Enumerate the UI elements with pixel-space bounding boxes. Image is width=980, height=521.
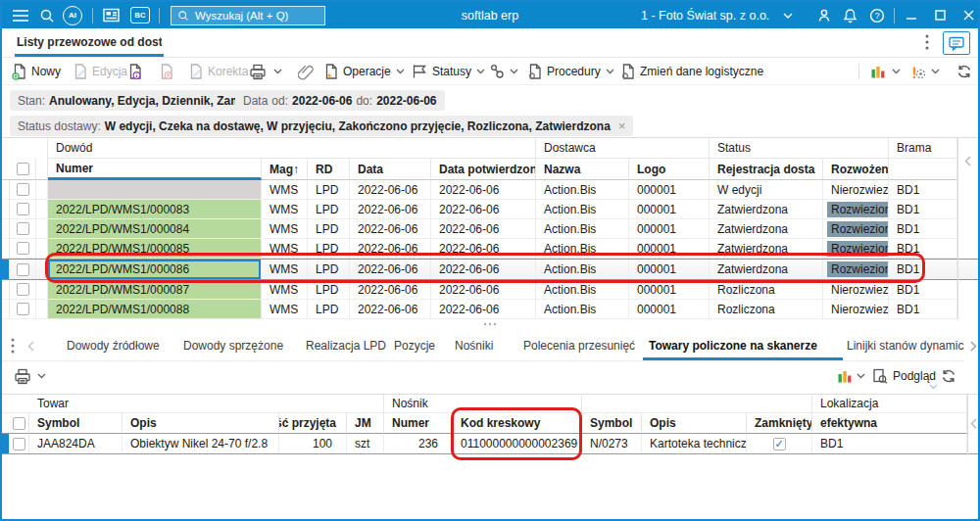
cell-numer[interactable]: 2022/LPD/WMS1/000085 xyxy=(48,239,262,259)
detail-refresh-icon[interactable] xyxy=(941,362,956,390)
help-icon[interactable]: ? xyxy=(869,2,885,28)
select-all-checkbox[interactable] xyxy=(10,159,36,180)
row-checkbox[interactable] xyxy=(10,180,36,200)
checkbox[interactable] xyxy=(17,203,29,215)
column-zamkniety[interactable]: Zamknięty xyxy=(747,413,812,434)
print-button[interactable] xyxy=(249,58,267,85)
panel-scroll-down-icon[interactable] xyxy=(929,382,938,392)
minimize-button[interactable] xyxy=(906,2,917,28)
column-opis2[interactable]: Opis xyxy=(642,413,747,434)
detail-collapse-chevron-left-icon[interactable] xyxy=(970,418,977,429)
column-lokalizacja-efektywna[interactable]: efektywna xyxy=(812,413,967,434)
ai-badge[interactable]: AI xyxy=(63,2,82,28)
collapse-panel-chevron-left-icon[interactable] xyxy=(964,156,971,166)
column-numer[interactable]: Numer xyxy=(48,159,262,180)
detail-print-chevron-down-icon[interactable] xyxy=(37,362,46,390)
checkbox[interactable] xyxy=(17,183,29,196)
close-button[interactable] xyxy=(963,2,974,28)
detail-tab-3[interactable]: Realizacja LPD xyxy=(306,339,386,353)
company-chevron-down-icon[interactable] xyxy=(783,2,793,28)
change-logistic-data-button[interactable]: Zmień dane logistyczne xyxy=(620,58,763,85)
cell-numer[interactable] xyxy=(48,180,262,200)
row-checkbox[interactable] xyxy=(10,219,36,239)
hamburger-menu-icon[interactable] xyxy=(12,2,29,28)
column-logo[interactable]: Logo xyxy=(629,159,710,180)
column-opis[interactable]: Opis xyxy=(122,413,279,434)
global-search-input[interactable]: Wyszukaj (Alt + Q) xyxy=(171,6,325,25)
row-checkbox[interactable] xyxy=(10,239,36,259)
row-checkbox[interactable] xyxy=(10,300,36,319)
table-row[interactable]: 2022/LPD/WMS1/000088WMSLPD2022-06-062022… xyxy=(2,300,978,319)
detail-tab-7[interactable]: Towary policzone na skanerze xyxy=(649,339,817,353)
maximize-button[interactable] xyxy=(935,2,946,28)
column-mag[interactable]: Mag↑ xyxy=(262,159,308,180)
detail-tab-5[interactable]: Nośniki xyxy=(455,339,493,353)
column-jm[interactable]: JM xyxy=(347,413,384,434)
tabs-scroll-right-icon[interactable] xyxy=(970,341,977,352)
cell-zamkniety-checkbox[interactable]: ✓ xyxy=(747,434,812,453)
table-row[interactable]: 2022/LPD/WMS1/000083WMSLPD2022-06-062022… xyxy=(2,200,978,219)
statuses-button[interactable]: Statusy xyxy=(412,58,485,85)
search-icon[interactable] xyxy=(39,2,55,28)
tab-listy-przewozowe[interactable]: Listy przewozowe od dostawcy xyxy=(17,35,162,49)
detail-tab-6[interactable]: Polecenia przesunięć xyxy=(523,339,635,353)
column-kod-kreskowy[interactable]: Kod kreskowy xyxy=(453,413,582,434)
filter-chip-data[interactable]: Data od: 2022-06-06 do: 2022-06-06 xyxy=(235,90,445,111)
preview-button[interactable]: Podgląd xyxy=(872,362,936,390)
refresh-icon[interactable] xyxy=(956,58,972,85)
kebab-menu-icon[interactable] xyxy=(925,34,929,50)
detail-select-all-checkbox[interactable] xyxy=(10,413,29,434)
cell-numer[interactable]: 2022/LPD/WMS1/000086 xyxy=(48,260,262,279)
column-data[interactable]: Data xyxy=(350,159,431,180)
detail-tab-2[interactable]: Dowody sprzężone xyxy=(183,339,283,353)
table-row[interactable]: 2022/LPD/WMS1/000087WMSLPD2022-06-062022… xyxy=(2,280,978,300)
info-document-button[interactable] xyxy=(127,58,142,85)
filter-chip-status-dostawy[interactable]: Status dostawy: W edycji, Czeka na dosta… xyxy=(10,116,633,136)
row-checkbox[interactable] xyxy=(10,434,29,453)
row-checkbox[interactable] xyxy=(10,280,36,300)
checkbox[interactable] xyxy=(17,263,29,276)
detail-print-button[interactable] xyxy=(14,362,31,390)
table-row[interactable]: JAA824DA Obiektyw Nikel 24-70 f/2.8 100 … xyxy=(2,434,978,454)
company-selector[interactable]: 1 - Foto Świat sp. z o.o. xyxy=(641,2,769,28)
table-row[interactable]: 2022/LPD/WMS1/000085WMSLPD2022-06-062022… xyxy=(2,239,978,259)
column-nazwa[interactable]: Nazwa xyxy=(536,159,629,180)
alerts-chevron-down-icon[interactable] xyxy=(931,58,940,85)
news-icon[interactable] xyxy=(103,2,120,28)
cell-numer[interactable]: 2022/LPD/WMS1/000087 xyxy=(48,280,262,300)
checkbox[interactable] xyxy=(17,283,29,296)
feedback-chat-button[interactable] xyxy=(943,31,970,55)
column-rejestracja[interactable]: Rejestracja dosta xyxy=(710,159,823,180)
column-data-potwierdzona[interactable]: Data potwierdzona xyxy=(431,159,536,180)
column-symbol2[interactable]: Symbol xyxy=(582,413,642,434)
operations-button[interactable]: Operacje xyxy=(323,58,405,85)
panel-splitter-handle[interactable] xyxy=(2,319,978,329)
procedures-button[interactable]: Procedury xyxy=(527,58,614,85)
detail-chart-chevron-down-icon[interactable] xyxy=(857,362,865,390)
detail-tab-4[interactable]: Pozycje xyxy=(394,339,435,353)
column-rozwozenie[interactable]: Rozwożenie dosta xyxy=(823,159,889,180)
cell-numer[interactable]: 2022/LPD/WMS1/000083 xyxy=(48,200,262,219)
chart-button[interactable] xyxy=(870,58,886,85)
new-button[interactable]: Nowy xyxy=(12,58,61,85)
checkbox[interactable] xyxy=(17,242,29,255)
alerts-settings-button[interactable] xyxy=(909,58,926,85)
tabs-scroll-left-icon[interactable] xyxy=(27,341,34,352)
detail-tab-8[interactable]: Linijki stanów dynamicznych xyxy=(847,339,980,353)
chart-chevron-down-icon[interactable] xyxy=(892,58,901,85)
column-ilosc-przyjeta[interactable]: Ilość przyjęta xyxy=(279,413,347,434)
checkbox[interactable] xyxy=(17,222,29,235)
remove-filter-icon[interactable]: × xyxy=(618,118,626,133)
table-row[interactable]: 2022/LPD/WMS1/000084WMSLPD2022-06-062022… xyxy=(2,219,978,239)
bell-icon[interactable] xyxy=(843,2,858,28)
bc-badge[interactable]: BC xyxy=(130,2,150,28)
column-symbol[interactable]: Symbol xyxy=(29,413,122,434)
detail-tabs-kebab-icon[interactable] xyxy=(11,338,15,354)
detail-tab-1[interactable]: Dowody źródłowe xyxy=(67,339,160,353)
workflow-button[interactable] xyxy=(489,58,518,85)
attachment-paperclip-icon[interactable] xyxy=(298,58,314,85)
cell-numer[interactable]: 2022/LPD/WMS1/000088 xyxy=(48,300,262,319)
table-row[interactable]: WMSLPD2022-06-062022-06-06Action.Bis0000… xyxy=(2,180,978,200)
table-row[interactable]: 2022/LPD/WMS1/000086WMSLPD2022-06-062022… xyxy=(2,259,978,280)
user-icon[interactable] xyxy=(816,2,832,28)
